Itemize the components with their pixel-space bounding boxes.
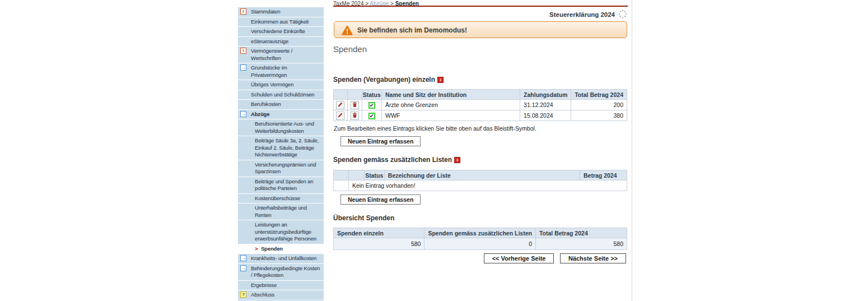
chevron-right-icon: > bbox=[255, 246, 258, 252]
new-entry-button[interactable]: Neuen Eintrag erfassen bbox=[340, 195, 421, 205]
sidebar-item-saeule3a[interactable]: Beiträge Säule 3a, 2. Säule, Einkauf 2. … bbox=[238, 136, 324, 160]
arrow-icon: → bbox=[240, 64, 246, 71]
summary-row: 580 0 580 bbox=[334, 238, 627, 250]
arrow-icon: → bbox=[240, 111, 246, 117]
page-title: Spenden bbox=[333, 44, 367, 54]
alert-icon: ! bbox=[240, 48, 246, 54]
col-listen: Spenden gemäss zusätzlichen Listen bbox=[424, 228, 536, 238]
empty-message: Kein Eintrag vorhanden! bbox=[348, 180, 627, 191]
arrow-icon: → bbox=[240, 255, 246, 261]
sidebar-item-unterhaltsbeitraege[interactable]: Unterhaltsbeiträge und Renten bbox=[238, 203, 324, 220]
info-icon[interactable]: i bbox=[437, 77, 444, 83]
delete-button[interactable] bbox=[351, 101, 359, 109]
col-amount: Betrag 2024 bbox=[580, 170, 627, 180]
header-divider bbox=[333, 6, 628, 7]
sidebar-item-kostenueberschuesse[interactable]: Kostenüberschüsse bbox=[238, 194, 324, 204]
new-entry-button[interactable]: Neuen Eintrag erfassen bbox=[340, 136, 421, 146]
sum-listen: 0 bbox=[424, 238, 536, 250]
loading-spinner-icon bbox=[618, 10, 627, 18]
sidebar-item-grundstuecke[interactable]: → Grundstücke im Privatvermögen bbox=[238, 63, 324, 80]
alert-icon: ! bbox=[240, 8, 246, 15]
col-status: Status bbox=[364, 170, 384, 180]
sidebar-item-verschiedene-einkuenfte[interactable]: Verschiedene Einkünfte bbox=[238, 27, 324, 37]
col-institution: Name und Sitz der Institution bbox=[382, 90, 520, 100]
table-row-empty: Kein Eintrag vorhanden! bbox=[334, 180, 627, 191]
sidebar-item-leistungen[interactable]: Leistungen an unterstützungsbedürftige e… bbox=[238, 220, 324, 244]
table-row: ✔ Ärzte ohne Grenzen 31.12.2024 200 bbox=[334, 100, 627, 110]
amount: 200 bbox=[571, 100, 627, 110]
sum-einzeln: 580 bbox=[334, 238, 424, 250]
sidebar-item-einkommen[interactable]: Einkommen aus Tätigkeit bbox=[238, 17, 324, 27]
edit-button[interactable] bbox=[336, 112, 344, 120]
summary-table: Spenden einzeln Spenden gemäss zusätzlic… bbox=[333, 228, 627, 250]
col-status: Status bbox=[362, 90, 381, 100]
table-row: ✔ WWF 15.08.2024 380 bbox=[334, 110, 627, 121]
delete-button[interactable] bbox=[351, 112, 359, 120]
col-total: Total Betrag 2024 bbox=[535, 228, 627, 238]
pagination: << Vorherige Seite Nächste Seite >> bbox=[480, 253, 626, 263]
section-heading-listen: Spenden gemäss zusätzlichen Listeni bbox=[333, 156, 460, 164]
demo-mode-banner: Sie befinden sich im Demomodus! bbox=[334, 21, 627, 38]
col-total: Total Betrag 2024 bbox=[571, 90, 627, 100]
sidebar-item-stammdaten[interactable]: ! Stammdaten bbox=[238, 7, 324, 17]
col-einzeln: Spenden einzeln bbox=[334, 228, 424, 238]
col-date: Zahlungsdatum bbox=[520, 90, 571, 100]
edit-button[interactable] bbox=[336, 101, 344, 109]
amount: 380 bbox=[571, 110, 627, 121]
previous-page-button[interactable]: << Vorherige Seite bbox=[484, 253, 554, 263]
sum-total: 580 bbox=[535, 238, 627, 250]
declaration-title-row: Steuererklärung 2024 bbox=[333, 10, 627, 18]
section-heading-einzeln: Spenden (Vergabungen) einzelni bbox=[333, 76, 444, 84]
question-icon: ? bbox=[240, 291, 246, 298]
edit-hint-text: Zum Bearbeiten eines Eintrags klicken Si… bbox=[334, 125, 536, 132]
col-list-name: Bezeichnung der Liste bbox=[384, 170, 580, 180]
sidebar-item-weiterbildungskosten[interactable]: Berufsorientierte Aus- und Weiterbildung… bbox=[238, 119, 324, 136]
donations-table: Status Name und Sitz der Institution Zah… bbox=[333, 89, 627, 121]
section-heading-uebersicht: Übersicht Spenden bbox=[333, 214, 394, 222]
info-icon[interactable]: i bbox=[454, 157, 460, 163]
sidebar-item-berufskosten[interactable]: Berufskosten bbox=[238, 100, 324, 110]
sidebar-item-esteuerauszuege[interactable]: eSteuerauszüge bbox=[238, 37, 324, 47]
sidebar-item-uebriges-vermoegen[interactable]: Übriges Vermögen bbox=[238, 80, 324, 90]
sidebar: ! Stammdaten Einkommen aus Tätigkeit Ver… bbox=[238, 7, 324, 301]
next-page-button[interactable]: Nächste Seite >> bbox=[560, 253, 626, 263]
sidebar-item-spenden-selected[interactable]: > Spenden bbox=[238, 244, 324, 254]
sidebar-item-krankheitskosten[interactable]: → Krankheits- und Unfallkosten bbox=[238, 254, 324, 264]
institution-name: Ärzte ohne Grenzen bbox=[382, 100, 520, 110]
lists-table: Status Bezeichnung der Liste Betrag 2024… bbox=[333, 170, 627, 191]
sidebar-item-behinderungskosten[interactable]: → Behinderungsbedingte Kosten / Pflegeko… bbox=[238, 264, 324, 281]
payment-date: 31.12.2024 bbox=[520, 100, 571, 110]
sidebar-item-ergebnisse[interactable]: Ergebnisse bbox=[238, 281, 324, 291]
main-content: TaxMe 2024 > Abzüge > Spenden Steuererkl… bbox=[333, 0, 627, 301]
sidebar-item-politische-parteien[interactable]: Beiträge und Spenden an politische Parte… bbox=[238, 177, 324, 194]
status-checkbox[interactable]: ✔ bbox=[368, 102, 375, 109]
institution-name: WWF bbox=[382, 110, 520, 121]
payment-date: 15.08.2024 bbox=[520, 110, 571, 121]
sidebar-item-versicherungspraemien[interactable]: Versicherungsprämien und Sparzinsen bbox=[238, 160, 324, 177]
warning-icon bbox=[342, 25, 353, 35]
declaration-title: Steuererklärung 2024 bbox=[549, 11, 615, 18]
sidebar-item-vermoegenswerte[interactable]: ! Vermögenswerte / Wertschriften bbox=[238, 47, 324, 63]
content-right-border bbox=[632, 0, 632, 301]
sidebar-item-abschluss[interactable]: ? Abschluss bbox=[238, 290, 324, 300]
sidebar-item-schulden[interactable]: Schulden und Schuldzinsen bbox=[238, 90, 324, 100]
status-checkbox[interactable]: ✔ bbox=[368, 113, 375, 119]
sidebar-item-abzuege[interactable]: → Abzüge bbox=[238, 110, 324, 120]
page: ! Stammdaten Einkommen aus Tätigkeit Ver… bbox=[0, 0, 868, 301]
demo-mode-message: Sie befinden sich im Demomodus! bbox=[357, 26, 467, 34]
arrow-icon: → bbox=[240, 265, 246, 271]
